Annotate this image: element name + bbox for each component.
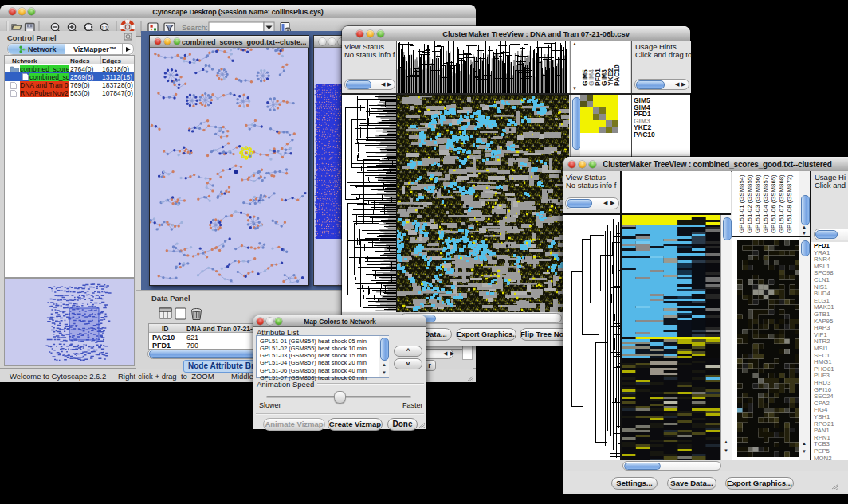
svg-text:Search:: Search: xyxy=(182,23,208,32)
svg-text:1:1: 1:1 xyxy=(101,25,108,30)
